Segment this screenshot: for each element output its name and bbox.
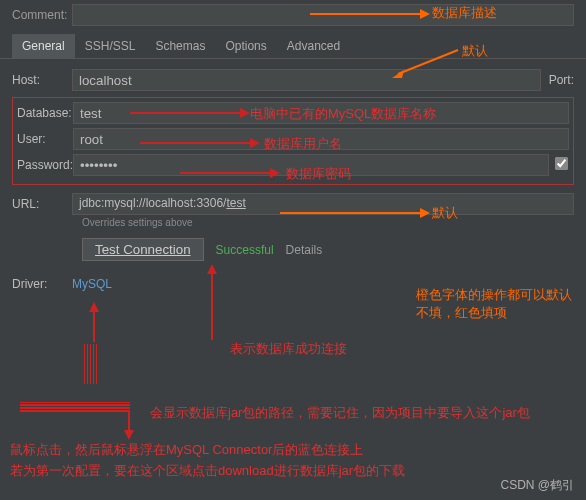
tab-general[interactable]: General (12, 34, 75, 58)
credentials-group: Database: User: Password: (12, 97, 574, 185)
scribble (84, 344, 98, 384)
host-label: Host: (12, 73, 72, 87)
url-label: URL: (12, 197, 72, 211)
comment-input[interactable] (72, 4, 574, 26)
watermark: CSDN @鹤引 (500, 477, 574, 494)
driver-label: Driver: (12, 277, 72, 291)
port-label: Port: (549, 73, 574, 87)
password-input[interactable] (73, 154, 549, 176)
database-label: Database: (17, 106, 73, 120)
scribble (20, 402, 130, 412)
override-note: Overrides settings above (82, 217, 574, 228)
anno-success-note: 表示数据库成功连接 (230, 340, 347, 358)
anno-hover-note: 鼠标点击，然后鼠标悬浮在MySQL Connector后的蓝色连接上 (10, 441, 363, 459)
arrow-icon (122, 412, 136, 440)
host-input[interactable] (72, 69, 541, 91)
user-label: User: (17, 132, 73, 146)
url-input[interactable]: jdbc:mysql://localhost:3306/test (72, 193, 574, 215)
anno-download-note: 若为第一次配置，要在这个区域点击download进行数据库jar包的下载 (10, 462, 405, 480)
test-details-link[interactable]: Details (286, 243, 323, 257)
test-status: Successful (216, 243, 274, 257)
comment-label: Comment: (12, 8, 72, 22)
url-prefix: jdbc:mysql://localhost:3306/ (79, 196, 226, 210)
password-label: Password: (17, 158, 73, 172)
tab-schemas[interactable]: Schemas (145, 34, 215, 58)
test-connection-button[interactable]: Test Connection (82, 238, 204, 261)
database-input[interactable] (73, 102, 569, 124)
tab-advanced[interactable]: Advanced (277, 34, 350, 58)
tabs: General SSH/SSL Schemas Options Advanced (0, 34, 586, 59)
tab-sshssl[interactable]: SSH/SSL (75, 34, 146, 58)
arrow-icon (87, 302, 101, 342)
anno-jar-path: 会显示数据库jar包的路径，需要记住，因为项目中要导入这个jar包 (150, 404, 530, 422)
svg-marker-17 (124, 430, 134, 440)
svg-marker-15 (89, 302, 99, 312)
anno-orange-note: 橙色字体的操作都可以默认不填，红色填项 (416, 286, 582, 322)
driver-link[interactable]: MySQL (72, 277, 112, 291)
tab-options[interactable]: Options (215, 34, 276, 58)
url-dbname: test (226, 196, 245, 210)
user-input[interactable] (73, 128, 569, 150)
password-save-checkbox[interactable] (555, 157, 568, 170)
